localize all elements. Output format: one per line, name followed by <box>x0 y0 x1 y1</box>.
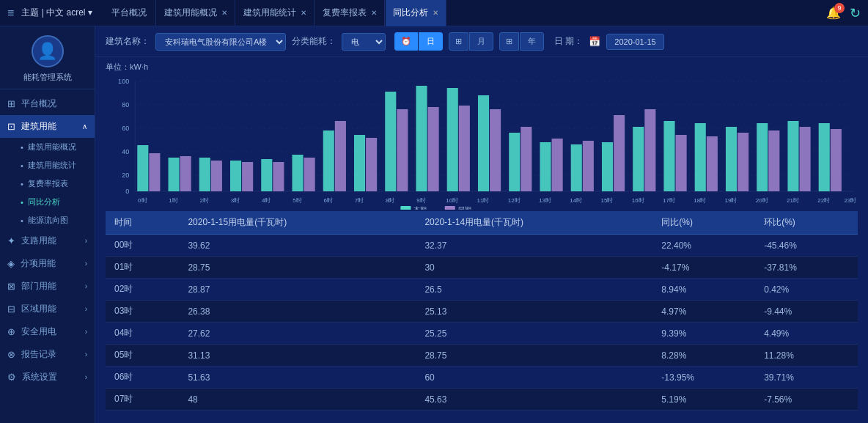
sidebar-subitem-flow[interactable]: •能源流向图 <box>13 211 95 229</box>
month-btn[interactable]: 月 <box>469 32 493 51</box>
year-btn[interactable]: 年 <box>520 32 544 51</box>
user-section: 👤 能耗管理系统 <box>0 26 95 89</box>
building-icon: ⊡ <box>7 121 15 132</box>
svg-rect-53 <box>757 123 768 191</box>
svg-rect-31 <box>416 86 427 191</box>
toolbar: 建筑名称： 安科瑞电气股份有限公司A楼 分类能耗： 电 ⏰ 日 ⊞ 月 ⊞ 年 … <box>95 26 868 57</box>
sidebar-subitem-overview[interactable]: •建筑用能概况 <box>13 138 95 156</box>
col-header-current: 2020-1-15用电量(千瓦时) <box>179 211 416 235</box>
table-row: 04时27.6225.259.39%4.49% <box>106 323 858 345</box>
system-name: 能耗管理系统 <box>23 72 72 83</box>
svg-text:22时: 22时 <box>817 197 830 204</box>
svg-rect-16 <box>180 156 191 191</box>
svg-text:23时: 23时 <box>844 197 856 204</box>
report-icon: ⊗ <box>7 349 15 360</box>
svg-rect-54 <box>768 130 779 191</box>
col-header-previous: 2020-1-14用电量(千瓦时) <box>416 211 652 235</box>
sidebar: 👤 能耗管理系统 ⊞ 平台概况 ⊡ 建筑用能 ∧ •建筑用能概况 •建筑用能统计 <box>0 26 95 423</box>
svg-text:21时: 21时 <box>787 197 799 204</box>
date-value[interactable]: 2020-01-15 <box>606 34 663 50</box>
avatar-icon: 👤 <box>37 42 57 61</box>
svg-rect-22 <box>273 162 284 191</box>
table-row: 06时51.6360-13.95%39.71% <box>106 367 858 389</box>
chevron-right-icon4: › <box>85 305 87 313</box>
tab-building-overview[interactable]: 建筑用能概况 ✕ <box>157 0 235 26</box>
sidebar-subitem-rate[interactable]: •复费率报表 <box>13 174 95 193</box>
svg-rect-35 <box>478 95 489 191</box>
svg-text:14时: 14时 <box>570 197 582 204</box>
tab-yoy-analysis[interactable]: 同比分析 ✕ <box>386 0 446 26</box>
svg-rect-58 <box>831 129 842 191</box>
chevron-right-icon6: › <box>85 350 87 358</box>
svg-rect-15 <box>169 158 180 191</box>
sidebar-subitem-yoy[interactable]: •同比分析 <box>13 193 95 211</box>
svg-rect-85 <box>445 206 455 210</box>
sidebar-item-subitem[interactable]: ◈ 分项用能 › <box>0 252 95 275</box>
svg-text:3时: 3时 <box>231 197 240 204</box>
main-layout: 👤 能耗管理系统 ⊞ 平台概况 ⊡ 建筑用能 ∧ •建筑用能概况 •建筑用能统计 <box>0 26 868 423</box>
refresh-icon[interactable]: ↻ <box>850 5 861 21</box>
svg-text:1时: 1时 <box>169 197 178 204</box>
table-row: 03时26.3825.134.97%-9.44% <box>106 301 858 323</box>
svg-rect-55 <box>787 121 798 191</box>
settings-icon: ⚙ <box>7 372 16 383</box>
category-select[interactable]: 电 <box>342 33 386 51</box>
svg-rect-24 <box>304 158 315 191</box>
sidebar-item-circuit[interactable]: ✦ 支路用能 › <box>0 229 95 252</box>
svg-rect-30 <box>397 109 408 191</box>
calendar-icon: 📅 <box>589 36 600 47</box>
table-row: 07时4845.635.19%-7.56% <box>106 389 858 411</box>
col-header-time: 时间 <box>106 211 179 235</box>
svg-rect-83 <box>400 206 411 210</box>
close-icon[interactable]: ✕ <box>221 9 227 17</box>
svg-rect-34 <box>459 106 470 191</box>
sidebar-subitem-stats[interactable]: •建筑用能统计 <box>13 156 95 174</box>
svg-text:6时: 6时 <box>324 197 334 204</box>
year-btn-group: ⊞ 年 <box>499 32 544 51</box>
sidebar-item-region[interactable]: ⊟ 区域用能 › <box>0 298 95 320</box>
day-btn[interactable]: 日 <box>419 32 443 51</box>
sidebar-item-report[interactable]: ⊗ 报告记录 › <box>0 343 95 366</box>
svg-text:80: 80 <box>122 101 129 108</box>
svg-text:100: 100 <box>118 78 129 85</box>
sidebar-item-building[interactable]: ⊡ 建筑用能 ∧ <box>0 115 95 138</box>
tab-platform[interactable]: 平台概况 <box>103 0 156 26</box>
svg-text:10时: 10时 <box>446 197 458 204</box>
hamburger-icon[interactable]: ≡ <box>7 7 14 20</box>
close-icon[interactable]: ✕ <box>371 9 377 17</box>
tab-building-stats[interactable]: 建筑用能统计 ✕ <box>236 0 315 26</box>
svg-rect-37 <box>509 133 520 191</box>
svg-text:9时: 9时 <box>416 197 426 204</box>
year-icon-btn[interactable]: ⊞ <box>499 32 519 51</box>
tab-rate-report[interactable]: 复费率报表 ✕ <box>315 0 385 26</box>
chevron-down-icon: ∧ <box>82 122 87 130</box>
sidebar-item-dept[interactable]: ⊠ 部门用能 › <box>0 275 95 298</box>
nav-right-icons: 🔔 9 ↻ <box>826 5 861 21</box>
svg-rect-45 <box>633 127 644 191</box>
svg-rect-41 <box>571 144 582 191</box>
week-icon-btn[interactable]: ⊞ <box>449 32 468 51</box>
sidebar-item-platform[interactable]: ⊞ 平台概况 <box>0 92 95 115</box>
svg-rect-39 <box>540 142 551 191</box>
brand-label: 主题 | 中文 acrel ▾ <box>21 7 92 19</box>
safety-icon: ⊕ <box>7 326 15 337</box>
top-nav: ≡ 主题 | 中文 acrel ▾ 平台概况 建筑用能概况 ✕ 建筑用能统计 ✕… <box>0 0 868 26</box>
sidebar-item-settings[interactable]: ⚙ 系统设置 › <box>0 366 95 389</box>
close-icon[interactable]: ✕ <box>433 9 438 17</box>
close-icon[interactable]: ✕ <box>301 9 306 17</box>
circuit-icon: ✦ <box>7 235 15 246</box>
notification-icon[interactable]: 🔔 9 <box>826 6 841 20</box>
chevron-right-icon2: › <box>85 260 87 268</box>
svg-text:17时: 17时 <box>663 197 675 204</box>
sidebar-item-safety[interactable]: ⊕ 安全用电 › <box>0 320 95 343</box>
svg-rect-20 <box>242 162 253 191</box>
unit-label: 单位：kW·h <box>106 62 858 73</box>
svg-rect-44 <box>614 115 625 191</box>
time-btn[interactable]: ⏰ <box>394 32 418 51</box>
building-select[interactable]: 安科瑞电气股份有限公司A楼 <box>155 33 286 51</box>
svg-rect-19 <box>230 161 241 191</box>
content-area: 建筑名称： 安科瑞电气股份有限公司A楼 分类能耗： 电 ⏰ 日 ⊞ 月 ⊞ 年 … <box>95 26 868 423</box>
notification-badge: 9 <box>834 3 845 13</box>
chart-container: 100 80 60 40 20 0 <box>106 74 858 210</box>
platform-icon: ⊞ <box>7 98 15 109</box>
